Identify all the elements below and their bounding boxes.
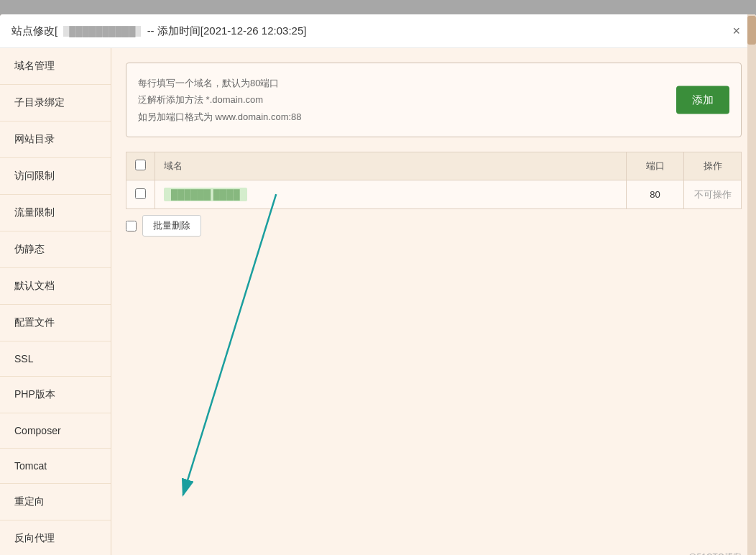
sidebar-item-pseudo-static[interactable]: 伪静态 <box>0 231 111 268</box>
sidebar-label: 反向代理 <box>14 532 55 543</box>
sidebar-item-composer[interactable]: Composer <box>0 413 111 449</box>
sidebar-label: 域名管理 <box>14 60 55 71</box>
sidebar-label: 访问限制 <box>14 170 55 181</box>
title-redacted: ██████████ <box>63 26 141 37</box>
sidebar-item-reverse-proxy[interactable]: 反向代理 <box>0 520 111 555</box>
table-row: ██████ ████ 80 不可操作 <box>126 180 742 209</box>
modal-body: 域名管理 子目录绑定 网站目录 访问限制 流量限制 伪静态 默认 <box>0 48 756 555</box>
sidebar-label: 伪静态 <box>14 243 45 254</box>
sidebar-item-php-version[interactable]: PHP版本 <box>0 377 111 413</box>
col-header-check <box>126 152 155 180</box>
batch-checkbox[interactable] <box>126 221 137 231</box>
row-checkbox-cell <box>126 180 155 209</box>
sidebar-item-access-limit[interactable]: 访问限制 <box>0 158 111 195</box>
row-action-cell: 不可操作 <box>684 180 742 209</box>
title-part2: -- 添加时间[2021-12-26 12:03:25] <box>147 24 307 37</box>
sidebar-item-site-dir[interactable]: 网站目录 <box>0 121 111 158</box>
row-domain-cell: ██████ ████ <box>155 180 627 209</box>
sidebar-label: 配置文件 <box>14 316 55 328</box>
sidebar-label: 默认文档 <box>14 280 55 291</box>
sidebar: 域名管理 子目录绑定 网站目录 访问限制 流量限制 伪静态 默认 <box>0 48 111 555</box>
sidebar-item-default-doc[interactable]: 默认文档 <box>0 268 111 305</box>
domain-hint2: 泛解析添加方法 *.domain.com <box>138 91 729 108</box>
sidebar-item-config-file[interactable]: 配置文件 <box>0 305 111 341</box>
modal-title: 站点修改[ ██████████ -- 添加时间[2021-12-26 12:0… <box>11 24 306 38</box>
table-header-row: 域名 端口 操作 <box>126 152 742 180</box>
sidebar-label: 重定向 <box>14 495 45 507</box>
sidebar-item-ssl[interactable]: SSL <box>0 341 111 377</box>
modal-window: 站点修改[ ██████████ -- 添加时间[2021-12-26 12:0… <box>0 14 756 555</box>
watermark: @51CTO博客 <box>688 551 742 555</box>
sidebar-label: 网站目录 <box>14 133 55 145</box>
select-all-checkbox[interactable] <box>135 160 146 170</box>
domain-name-value: ██████ ████ <box>164 188 247 201</box>
sidebar-item-subdir-bind[interactable]: 子目录绑定 <box>0 85 111 121</box>
scrollbar[interactable] <box>747 48 756 555</box>
title-part1: 站点修改[ <box>11 24 57 37</box>
batch-delete-row: 批量删除 <box>126 209 742 242</box>
sidebar-label: Composer <box>14 425 61 436</box>
close-button[interactable]: × <box>728 23 745 39</box>
sidebar-item-tomcat[interactable]: Tomcat <box>0 449 111 484</box>
sidebar-item-domain-manage[interactable]: 域名管理 <box>0 48 111 85</box>
col-header-domain: 域名 <box>155 152 627 180</box>
domain-input-box: 每行填写一个域名，默认为80端口 泛解析添加方法 *.domain.com 如另… <box>126 63 742 137</box>
batch-delete-button[interactable]: 批量删除 <box>142 215 201 237</box>
sidebar-item-flow-limit[interactable]: 流量限制 <box>0 195 111 231</box>
sidebar-label: Tomcat <box>14 460 47 472</box>
content-area: 每行填写一个域名，默认为80端口 泛解析添加方法 *.domain.com 如另… <box>111 48 756 555</box>
modal-header: 站点修改[ ██████████ -- 添加时间[2021-12-26 12:0… <box>0 14 756 48</box>
sidebar-label: PHP版本 <box>14 388 55 400</box>
sidebar-label: SSL <box>14 353 33 364</box>
domain-hint3: 如另加端口格式为 www.domain.com:88 <box>138 109 729 125</box>
row-checkbox[interactable] <box>135 188 146 199</box>
sidebar-label: 子目录绑定 <box>14 96 65 108</box>
col-header-action: 操作 <box>684 152 742 180</box>
add-domain-button[interactable]: 添加 <box>676 86 729 114</box>
domain-table: 域名 端口 操作 ██████ ████ <box>126 152 742 209</box>
sidebar-item-redirect[interactable]: 重定向 <box>0 484 111 520</box>
domain-hint1: 每行填写一个域名，默认为80端口 <box>138 75 729 91</box>
sidebar-label: 流量限制 <box>14 206 55 218</box>
col-header-port: 端口 <box>627 152 684 180</box>
row-port-cell: 80 <box>627 180 684 209</box>
